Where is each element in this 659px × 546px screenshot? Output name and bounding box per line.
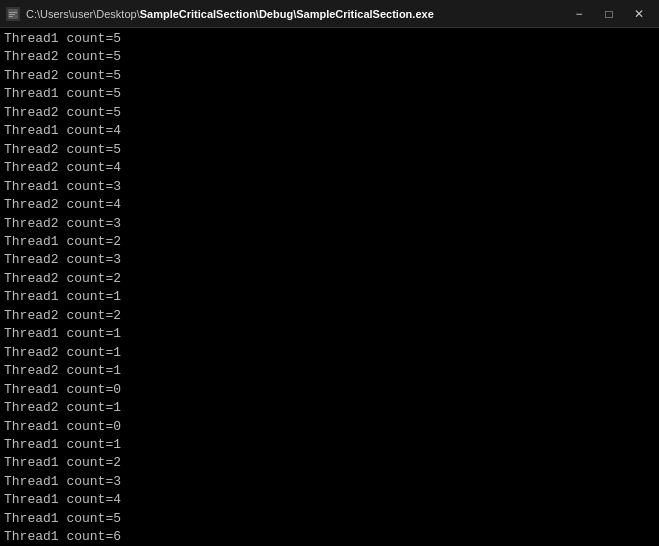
maximize-button[interactable]: □ (595, 4, 623, 24)
console-line: Thread2 count=2 (4, 307, 655, 325)
console-line: Thread2 count=4 (4, 159, 655, 177)
console-line: Thread1 count=6 (4, 528, 655, 546)
console-line: Thread2 count=5 (4, 67, 655, 85)
title-bar-controls: − □ ✕ (565, 4, 653, 24)
console-line: Thread1 count=0 (4, 381, 655, 399)
console-line: Thread2 count=1 (4, 362, 655, 380)
console-line: Thread2 count=5 (4, 104, 655, 122)
console-line: Thread1 count=3 (4, 473, 655, 491)
app-icon (6, 7, 20, 21)
title-bar-text: C:\Users\user\Desktop\SampleCriticalSect… (26, 8, 434, 20)
console-line: Thread1 count=0 (4, 418, 655, 436)
console-line: Thread2 count=1 (4, 344, 655, 362)
console-line: Thread1 count=5 (4, 510, 655, 528)
console-line: Thread2 count=5 (4, 141, 655, 159)
console-line: Thread2 count=5 (4, 48, 655, 66)
svg-rect-3 (9, 16, 13, 17)
console-line: Thread2 count=3 (4, 215, 655, 233)
console-line: Thread1 count=3 (4, 178, 655, 196)
console-line: Thread1 count=4 (4, 491, 655, 509)
console-line: Thread2 count=2 (4, 270, 655, 288)
console-line: Thread1 count=1 (4, 288, 655, 306)
console-line: Thread1 count=2 (4, 233, 655, 251)
console-output: Thread1 count=5Thread2 count=5Thread2 co… (0, 28, 659, 546)
title-bar-left: C:\Users\user\Desktop\SampleCriticalSect… (6, 7, 434, 21)
console-line: Thread2 count=4 (4, 196, 655, 214)
console-line: Thread1 count=5 (4, 30, 655, 48)
console-line: Thread2 count=1 (4, 399, 655, 417)
console-line: Thread1 count=5 (4, 85, 655, 103)
svg-rect-1 (9, 12, 17, 13)
console-line: Thread1 count=2 (4, 454, 655, 472)
console-line: Thread1 count=1 (4, 325, 655, 343)
console-line: Thread1 count=4 (4, 122, 655, 140)
console-line: Thread1 count=1 (4, 436, 655, 454)
close-button[interactable]: ✕ (625, 4, 653, 24)
console-line: Thread2 count=3 (4, 251, 655, 269)
title-bar: C:\Users\user\Desktop\SampleCriticalSect… (0, 0, 659, 28)
minimize-button[interactable]: − (565, 4, 593, 24)
svg-rect-2 (9, 14, 15, 15)
